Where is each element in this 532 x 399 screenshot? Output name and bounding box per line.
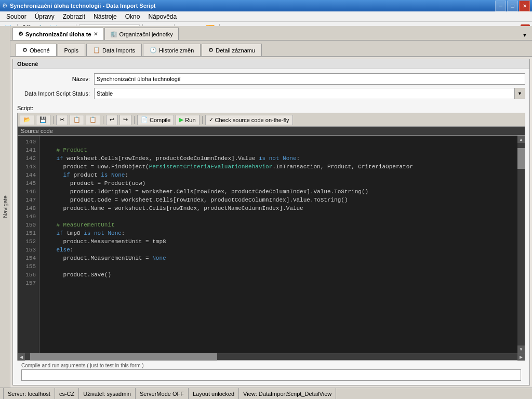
menu-upravy[interactable]: Úpravy (31, 11, 59, 21)
form-select-status[interactable]: Stable Draft (94, 88, 515, 99)
script-sep3 (134, 116, 135, 124)
run-label: Run (185, 117, 195, 123)
scroll-down-arrow[interactable]: ▼ (517, 345, 525, 353)
tab-sync-label: Synchronizační úloha te (25, 31, 91, 37)
script-sep4 (202, 116, 203, 124)
tab-org-label: Organizační jednotky (119, 31, 173, 37)
inner-tab-obecne[interactable]: ⚙ Obecné (16, 44, 57, 56)
scroll-left-arrow[interactable]: ◀ (18, 353, 25, 361)
inner-tab-detailzaznamu[interactable]: ⚙ Detail záznamu (202, 44, 262, 56)
compile-args-section: Compile and run arguments ( just to test… (17, 361, 525, 383)
status-servermode: ServerMode OFF (136, 388, 189, 399)
scroll-right-arrow[interactable]: ▶ (517, 353, 525, 361)
inner-tabs: ⚙ Obecné Popis 📋 Data Imports 🕐 Historie… (10, 41, 532, 57)
script-paste[interactable]: 📋 (86, 115, 100, 125)
main-area: ⚙ Synchronizační úloha te ✕ 🏢 Organizačn… (10, 26, 532, 388)
inner-tab-detailzaznamu-icon: ⚙ (208, 47, 214, 54)
scroll-up-arrow[interactable]: ▲ (517, 136, 525, 143)
status-view: View: DataImportScript_DetailView (239, 388, 336, 399)
tab-sync-close[interactable]: ✕ (94, 31, 98, 37)
minimize-button[interactable]: ─ (495, 1, 506, 11)
menu-nastroje[interactable]: Nástroje (89, 11, 121, 21)
maximize-button[interactable]: □ (507, 1, 518, 11)
scroll-thumb[interactable] (517, 148, 525, 169)
script-check[interactable]: ✓ Check source code on-the-fly (205, 115, 293, 125)
menu-zobrazit[interactable]: Zobrazit (59, 11, 89, 21)
inner-tab-historiezmeny[interactable]: 🕐 Historie změn (143, 44, 201, 56)
menu-napoveda[interactable]: Nápověda (144, 11, 181, 21)
inner-tab-historiezmeny-label: Historie změn (159, 47, 194, 54)
close-button[interactable]: ✕ (519, 1, 530, 11)
script-save[interactable]: 💾 (36, 115, 50, 125)
script-sep2 (103, 116, 103, 124)
status-layout: Layout unlocked (189, 388, 239, 399)
script-section-label: Script: (17, 103, 525, 113)
script-sep1 (53, 116, 54, 124)
check-icon: ✓ (209, 116, 214, 123)
title-bar: ⚙ Synchronizační úloha technologií - Dat… (0, 0, 532, 11)
line-numbers: 140 141 142 143 144 145 146 147 148 149 (18, 136, 39, 353)
compile-label: Compile (150, 117, 170, 123)
source-code-header: Source code (17, 126, 525, 135)
code-editor[interactable]: 140 141 142 143 144 145 146 147 148 149 (17, 135, 525, 353)
navigate-label: Navigate (2, 195, 8, 218)
tab-sync[interactable]: ⚙ Synchronizační úloha te ✕ (12, 28, 103, 40)
script-open[interactable]: 📂 (20, 115, 34, 125)
vertical-scrollbar[interactable]: ▲ ▼ (517, 136, 525, 353)
inner-tab-obecne-icon: ⚙ (22, 47, 28, 54)
script-copy[interactable]: 📋 (70, 115, 84, 125)
inner-tab-popis-label: Popis (64, 47, 79, 54)
status-server: Server: localhost (3, 388, 55, 399)
h-scroll-thumb[interactable] (30, 353, 217, 361)
scroll-thumb-area (517, 143, 525, 345)
run-icon: ▶ (179, 116, 183, 123)
menu-bar: Soubor Úpravy Zobrazit Nástroje Okno Náp… (0, 11, 532, 22)
form-row-nazev: Název: (17, 73, 525, 85)
status-user: Uživatel: sysadmin (79, 388, 136, 399)
inner-tab-historiezmeny-icon: 🕐 (150, 47, 157, 54)
check-label: Check source code on-the-fly (215, 117, 289, 123)
script-section: Script: 📂 💾 ✂ 📋 📋 ↩ ↪ 📄 Compile (13, 103, 529, 385)
inner-tab-dataimports-label: Data Imports (102, 47, 135, 54)
inner-tab-popis[interactable]: Popis (58, 44, 86, 56)
tab-dropdown-button[interactable]: ▼ (520, 30, 530, 40)
script-cut[interactable]: ✂ (56, 115, 68, 125)
script-toolbar: 📂 💾 ✂ 📋 📋 ↩ ↪ 📄 Compile ▶ (17, 113, 525, 126)
menu-okno[interactable]: Okno (121, 11, 144, 21)
script-compile[interactable]: 📄 Compile (137, 115, 174, 125)
window-title: Synchronizační úloha technologií - Data … (10, 3, 493, 9)
form-label-status: Data Import Script Status: (17, 90, 90, 97)
form-fields: Název: Data Import Script Status: Stable… (13, 69, 529, 103)
form-area: Obecné Název: Data Import Script Status:… (12, 59, 530, 385)
navigate-sidebar[interactable]: Navigate (0, 26, 10, 388)
form-section-title: Obecné (13, 59, 529, 69)
app-icon: ⚙ (2, 2, 8, 9)
h-scroll-track (25, 353, 517, 360)
inner-tab-obecne-label: Obecné (30, 47, 50, 54)
form-select-wrapper: Stable Draft ▼ (94, 88, 525, 99)
script-run[interactable]: ▶ Run (176, 115, 199, 125)
script-redo[interactable]: ↪ (119, 115, 131, 125)
tab-strip: ⚙ Synchronizační úloha te ✕ 🏢 Organizačn… (10, 26, 532, 41)
form-input-nazev[interactable] (94, 73, 525, 85)
inner-tab-dataimports[interactable]: 📋 Data Imports (86, 44, 142, 56)
form-select-arrow[interactable]: ▼ (515, 88, 525, 99)
code-text[interactable]: # Product if worksheet.Cells[rowIndex, p… (39, 136, 517, 353)
menu-soubor[interactable]: Soubor (2, 11, 31, 21)
status-locale: cs-CZ (55, 388, 79, 399)
tab-org-icon: 🏢 (110, 31, 117, 37)
inner-tab-dataimports-icon: 📋 (93, 47, 100, 54)
compile-args-label: Compile and run arguments ( just to test… (21, 362, 521, 369)
form-label-nazev: Název: (17, 76, 90, 82)
content-panel: ⚙ Obecné Popis 📋 Data Imports 🕐 Historie… (10, 41, 532, 388)
form-row-status: Data Import Script Status: Stable Draft … (17, 88, 525, 99)
compile-icon: 📄 (141, 116, 148, 123)
compile-args-input[interactable] (21, 369, 521, 381)
status-bar: Server: localhost cs-CZ Uživatel: sysadm… (0, 388, 532, 399)
tab-sync-icon: ⚙ (18, 31, 23, 37)
inner-tab-detailzaznamu-label: Detail záznamu (216, 47, 255, 54)
tab-org[interactable]: 🏢 Organizační jednotky (104, 28, 179, 40)
script-undo[interactable]: ↩ (106, 115, 118, 125)
horizontal-scrollbar[interactable]: ◀ ▶ (17, 353, 525, 361)
